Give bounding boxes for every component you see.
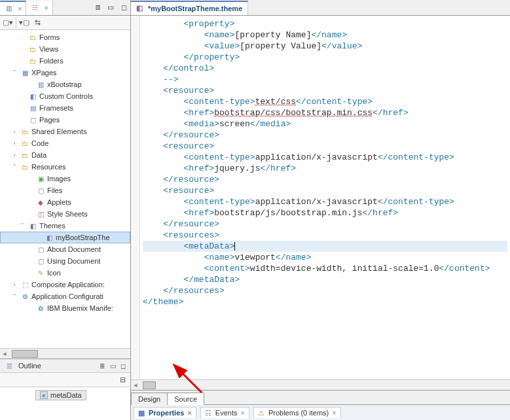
code-line[interactable]: <content-type>text/css</content-type> [143, 96, 507, 107]
editor-hscroll[interactable]: ◂ [131, 379, 510, 390]
tree-item-views[interactable]: 🗀Views [0, 43, 130, 55]
folder-icon: 🗀 [20, 127, 29, 136]
tree-item-using-document[interactable]: ▢Using Document [0, 255, 130, 267]
code-line[interactable]: <metaData> [143, 241, 507, 252]
view-tab-problems[interactable]: ⚠Problems (0 items)× [253, 407, 341, 418]
tree-item-shared-elements[interactable]: ›🗀Shared Elements [0, 126, 130, 137]
twisty-collapsed-icon[interactable]: › [10, 152, 18, 158]
tab-source[interactable]: Source [167, 393, 204, 405]
tree-item-custom-controls[interactable]: ◧Custom Controls [0, 90, 130, 102]
code-line[interactable]: </resource> [143, 130, 507, 141]
navigator-hscroll[interactable]: ◂ [0, 348, 130, 359]
code-line[interactable]: <media>screen</media> [143, 118, 507, 130]
tab-close-icon[interactable]: × [241, 409, 245, 417]
tree-item-themes[interactable]: ˅◧Themes [0, 220, 130, 232]
code-line[interactable]: <href>bootstrap/js/bootstrap.min.js</hre… [143, 207, 507, 219]
tree-item-forms[interactable]: 🗀Forms [0, 31, 130, 43]
tree-item-pages[interactable]: ▢Pages [0, 114, 130, 126]
code-line[interactable]: <resource> [143, 185, 507, 196]
code-line[interactable]: <value>[property Value]</value> [143, 41, 507, 52]
code-line[interactable]: </property> [143, 52, 507, 63]
navigator-tab-secondary[interactable]: ☷ × [26, 1, 52, 15]
code-line[interactable]: <property> [143, 18, 507, 29]
tab-close-icon[interactable]: × [332, 409, 336, 417]
code-line[interactable]: </resource> [143, 174, 507, 185]
theme-file-icon: ◧ [136, 4, 145, 13]
navigator-panel: ▥ × ☷ × ≣ ▭ ◻ ▢▾ ▾▢ ⇆ 🗀Forms 🗀Views 🗀Fol… [0, 0, 131, 420]
tree-label: IBM Bluemix Manife: [47, 304, 113, 312]
tree-item-about-document[interactable]: ▢About Document [0, 243, 130, 255]
tree-item-ibm-bluemix[interactable]: ✿IBM Bluemix Manife: [0, 302, 130, 314]
outline-icon: ☰ [5, 361, 14, 370]
filter-icon[interactable]: ▾▢ [19, 18, 29, 28]
navigator-tab-active[interactable]: ▥ × [0, 1, 26, 15]
outline-max-icon[interactable]: ◻ [118, 361, 128, 370]
tree-label: Resources [31, 163, 66, 171]
code-line[interactable]: <resource> [143, 141, 507, 152]
code-line[interactable]: <content-type>application/x-javascript</… [143, 196, 507, 207]
code-line[interactable]: </theme> [143, 296, 507, 307]
tree-item-resources[interactable]: ˅🗀Resources [0, 161, 130, 173]
outline-menu-icon[interactable]: ≣ [98, 361, 107, 370]
code-line[interactable]: </resource> [143, 219, 507, 230]
folder-icon: 🗀 [28, 33, 37, 42]
tab-close-icon[interactable]: × [44, 4, 48, 12]
tree-item-icon[interactable]: ✎Icon [0, 267, 130, 279]
outline-item-metadata[interactable]: e metaData [35, 390, 86, 400]
tree-item-mybootstraptheme[interactable]: ◧myBootStrapThe [0, 232, 130, 243]
twisty-expanded-icon[interactable]: ˅ [18, 222, 26, 229]
code-line[interactable]: <href>jquery.js</href> [143, 163, 507, 174]
outline-min-icon[interactable]: ▭ [108, 361, 117, 370]
view-menu-icon[interactable]: ≣ [92, 3, 103, 13]
twisty-expanded-icon[interactable]: ˅ [10, 164, 18, 170]
code-line[interactable]: <name>[property Name]</name> [143, 29, 507, 41]
tree-item-images[interactable]: ▣Images [0, 173, 130, 184]
element-icon: e [40, 391, 48, 399]
editor-tab-bar: ◧ *myBootStrapTheme.theme [131, 0, 510, 16]
new-dropdown-icon[interactable]: ▢▾ [3, 18, 13, 28]
minimize-icon[interactable]: ▭ [105, 3, 116, 13]
link-icon[interactable]: ⇆ [32, 18, 43, 28]
code-line[interactable]: --> [143, 74, 507, 85]
tab-design[interactable]: Design [131, 393, 168, 405]
tab-close-icon[interactable]: × [187, 409, 191, 417]
tree-label: Icon [47, 269, 61, 277]
twisty-collapsed-icon[interactable]: › [10, 281, 18, 288]
twisty-expanded-icon[interactable]: ˅ [10, 293, 18, 300]
tree-item-folders[interactable]: 🗀Folders [0, 55, 130, 67]
code-editor[interactable]: <property> <name>[property Name]</name> … [131, 16, 510, 379]
code-line[interactable]: <href>bootstrap/css/bootstrap.min.css</h… [143, 107, 507, 118]
editor-mode-tabs: Design Source [131, 390, 510, 404]
code-line[interactable]: <name>viewport</name> [143, 252, 507, 263]
code-line[interactable]: </resources> [143, 285, 507, 296]
editor-tab[interactable]: ◧ *myBootStrapTheme.theme [131, 1, 248, 15]
outline-collapse-icon[interactable]: ⊟ [117, 375, 128, 385]
code-line[interactable]: </metaData> [143, 274, 507, 285]
tree-item-application-configuration[interactable]: ˅⚙Application Configurati [0, 290, 130, 302]
tree-item-files[interactable]: ▢Files [0, 184, 130, 196]
tree-item-stylesheets[interactable]: ◫Style Sheets [0, 208, 130, 220]
code-line[interactable]: <resources> [143, 230, 507, 241]
twisty-expanded-icon[interactable]: ˅ [10, 69, 18, 76]
tree-label: XPages [31, 69, 57, 77]
code-line[interactable]: </control> [143, 63, 507, 74]
tree-item-xpages[interactable]: ˅▦XPages [0, 67, 130, 79]
code-line[interactable]: <content-type>application/x-javascript</… [143, 152, 507, 163]
tree-item-framesets[interactable]: ▤Framesets [0, 102, 130, 114]
folder-icon: 🗀 [20, 139, 29, 148]
tree-item-composite-applications[interactable]: ›⬚Composite Application: [0, 279, 130, 290]
view-tab-events[interactable]: ☷Events× [200, 407, 249, 418]
outline-item-label: metaData [50, 391, 82, 399]
twisty-collapsed-icon[interactable]: › [10, 140, 18, 147]
tree-item-data[interactable]: ›🗀Data [0, 149, 130, 161]
tree-item-xbootstrap[interactable]: ▥xBootstrap [0, 79, 130, 90]
folder-icon: 🗀 [20, 162, 29, 171]
view-tab-properties[interactable]: ▦Properties× [134, 407, 196, 418]
tree-item-applets[interactable]: ◆Applets [0, 196, 130, 208]
twisty-collapsed-icon[interactable]: › [10, 128, 18, 135]
code-line[interactable]: <content>width=device-width, initial-sca… [143, 263, 507, 274]
code-line[interactable]: <resource> [143, 85, 507, 96]
tree-item-code[interactable]: ›🗀Code [0, 137, 130, 149]
tab-close-icon[interactable]: × [18, 5, 22, 12]
maximize-icon[interactable]: ◻ [118, 3, 129, 13]
